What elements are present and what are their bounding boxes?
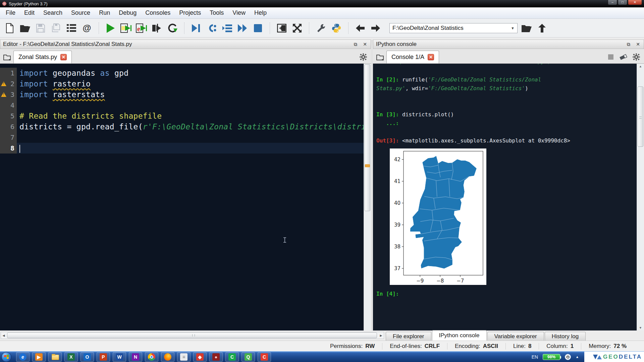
file-explorer-icon[interactable] bbox=[48, 352, 62, 362]
debug-continue-icon[interactable] bbox=[236, 22, 249, 35]
start-button[interactable] bbox=[1, 352, 11, 362]
run-file-icon[interactable] bbox=[104, 22, 117, 35]
open-file-icon[interactable] bbox=[19, 22, 32, 35]
camtasia-icon[interactable]: C bbox=[225, 352, 239, 362]
menu-consoles[interactable]: Consoles bbox=[141, 8, 175, 18]
run-selection-icon[interactable] bbox=[151, 22, 163, 35]
forward-icon[interactable] bbox=[369, 22, 382, 35]
browse-tabs-icon[interactable] bbox=[1, 51, 13, 63]
debug-stop-icon[interactable] bbox=[252, 22, 264, 35]
editor-vertical-scrollbar[interactable] bbox=[364, 64, 371, 330]
menu-edit[interactable]: Edit bbox=[20, 8, 39, 18]
language-indicator[interactable]: EN bbox=[532, 354, 538, 360]
media-player-icon[interactable]: ▶ bbox=[32, 352, 46, 362]
debug-step-icon[interactable] bbox=[205, 22, 218, 35]
undock-pane-icon[interactable]: ⧉ bbox=[353, 42, 359, 47]
notepad-icon[interactable]: ≡ bbox=[177, 352, 191, 362]
scroll-left-arrow-icon[interactable]: ◀ bbox=[1, 332, 6, 339]
code-line-4[interactable]: 4 bbox=[0, 100, 364, 111]
code-line-3[interactable]: 3import rasterstats bbox=[0, 89, 364, 100]
scroll-up-arrow-icon[interactable]: ▲ bbox=[637, 65, 644, 68]
python-path-icon[interactable] bbox=[330, 22, 343, 35]
interrupt-kernel-icon[interactable] bbox=[608, 54, 614, 60]
editor-horizontal-scrollbar[interactable]: ◀ ▶ bbox=[1, 332, 384, 339]
powerpoint-icon[interactable]: P bbox=[97, 352, 110, 362]
rerun-cell-icon[interactable]: e bbox=[135, 22, 148, 35]
dark-red-app-icon[interactable]: ● bbox=[209, 352, 223, 362]
restore-button[interactable]: □ bbox=[618, 0, 627, 5]
browse-tabs-icon[interactable] bbox=[374, 51, 386, 63]
scrollbar-thumb[interactable] bbox=[365, 64, 370, 211]
pane-tab-history-log[interactable]: History log bbox=[545, 332, 586, 341]
pane-tab-variable-explorer[interactable]: Variable explorer bbox=[487, 332, 544, 341]
scroll-right-arrow-icon[interactable]: ▶ bbox=[378, 332, 384, 339]
menu-source[interactable]: Source bbox=[67, 8, 95, 18]
scrollbar-thumb[interactable] bbox=[638, 86, 643, 147]
menu-help[interactable]: Help bbox=[250, 8, 271, 18]
editor-tab-zonal-stats[interactable]: Zonal Stats.py ✕ bbox=[13, 51, 72, 63]
menu-search[interactable]: Search bbox=[39, 8, 67, 18]
working-directory-combobox[interactable]: F:\GeoDelta\Zonal Statistics ▼ bbox=[389, 23, 518, 33]
title-bar[interactable]: Spyder (Python 3.7) – □ ✕ bbox=[0, 0, 644, 7]
close-pane-icon[interactable]: ✕ bbox=[635, 42, 641, 47]
code-line-1[interactable]: 1import geopandas as gpd bbox=[0, 68, 364, 78]
red-diamond-app-icon[interactable]: ◆ bbox=[193, 352, 207, 362]
undock-pane-icon[interactable]: ⧉ bbox=[626, 42, 632, 47]
battery-indicator[interactable]: 98% bbox=[543, 354, 560, 360]
open-directory-icon[interactable] bbox=[520, 22, 533, 35]
debug-step-out-icon[interactable] bbox=[221, 22, 233, 35]
editor-options-gear-icon[interactable] bbox=[360, 53, 367, 61]
minimize-button[interactable]: – bbox=[608, 0, 617, 5]
scrollbar-thumb[interactable] bbox=[7, 333, 377, 338]
code-line-8[interactable]: 8 bbox=[0, 143, 364, 154]
console-prompt[interactable]: In [4]: bbox=[376, 290, 637, 298]
console-vertical-scrollbar[interactable]: ▲ ▼ bbox=[637, 64, 644, 330]
remove-variables-eraser-icon[interactable] bbox=[619, 54, 627, 60]
green-q-app-icon[interactable]: Q bbox=[241, 352, 255, 362]
scroll-down-arrow-icon[interactable]: ▼ bbox=[637, 326, 644, 329]
internet-explorer-icon[interactable]: e bbox=[16, 352, 30, 362]
close-tab-icon[interactable]: ✕ bbox=[60, 54, 67, 60]
symbol-finder-icon[interactable]: @ bbox=[80, 22, 93, 35]
menu-file[interactable]: File bbox=[1, 8, 20, 18]
excel-icon[interactable]: X bbox=[64, 352, 78, 362]
pane-tab-file-explorer[interactable]: File explorer bbox=[386, 332, 431, 341]
code-line-2[interactable]: 2import rasterio bbox=[0, 78, 364, 89]
menu-view[interactable]: View bbox=[228, 8, 250, 18]
new-file-icon[interactable] bbox=[3, 22, 16, 35]
console-options-gear-icon[interactable] bbox=[633, 53, 640, 61]
close-tab-icon[interactable]: ✕ bbox=[428, 54, 434, 60]
show-hidden-icons-caret[interactable]: ▲ bbox=[576, 355, 579, 359]
rerun-file-icon[interactable] bbox=[166, 22, 179, 35]
back-icon[interactable] bbox=[354, 22, 367, 35]
pane-tab-ipython-console[interactable]: IPython console bbox=[432, 330, 487, 341]
close-button[interactable]: ✕ bbox=[628, 0, 642, 5]
menu-run[interactable]: Run bbox=[95, 8, 114, 18]
preferences-wrench-icon[interactable] bbox=[315, 22, 327, 35]
firefox-icon[interactable] bbox=[161, 352, 174, 362]
red-c-app-icon[interactable]: C bbox=[258, 352, 271, 362]
code-line-7[interactable]: 7 bbox=[0, 132, 364, 143]
close-pane-icon[interactable]: ✕ bbox=[362, 42, 368, 47]
power-plug-icon[interactable]: ⏻ bbox=[565, 354, 571, 360]
parent-directory-icon[interactable] bbox=[536, 22, 548, 35]
fullscreen-icon[interactable] bbox=[291, 22, 304, 35]
code-line-5[interactable]: 5# Read the districts shapefile bbox=[0, 111, 364, 121]
chevron-down-icon[interactable]: ▼ bbox=[511, 26, 515, 30]
menu-debug[interactable]: Debug bbox=[114, 8, 141, 18]
word-icon[interactable]: W bbox=[113, 352, 126, 362]
onenote-icon[interactable]: N bbox=[129, 352, 142, 362]
code-line-6[interactable]: 6districts = gpd.read_file(r'F:\GeoDelta… bbox=[0, 121, 364, 132]
outlook-icon[interactable]: O bbox=[80, 352, 94, 362]
maximize-pane-icon[interactable] bbox=[275, 22, 288, 35]
debug-file-icon[interactable] bbox=[190, 22, 203, 35]
chrome-icon[interactable] bbox=[145, 352, 158, 362]
outline-explorer-icon[interactable] bbox=[65, 22, 78, 35]
run-cell-icon[interactable] bbox=[120, 22, 132, 35]
save-icon[interactable] bbox=[34, 22, 47, 35]
menu-projects[interactable]: Projects bbox=[175, 8, 205, 18]
menu-tools[interactable]: Tools bbox=[205, 8, 228, 18]
console-tab[interactable]: Console 1/A ✕ bbox=[386, 51, 439, 63]
save-all-icon[interactable] bbox=[50, 22, 62, 35]
console-output[interactable]: runfile('F:/GeoDelta/Zonal Statistics/Zo… bbox=[373, 64, 637, 330]
